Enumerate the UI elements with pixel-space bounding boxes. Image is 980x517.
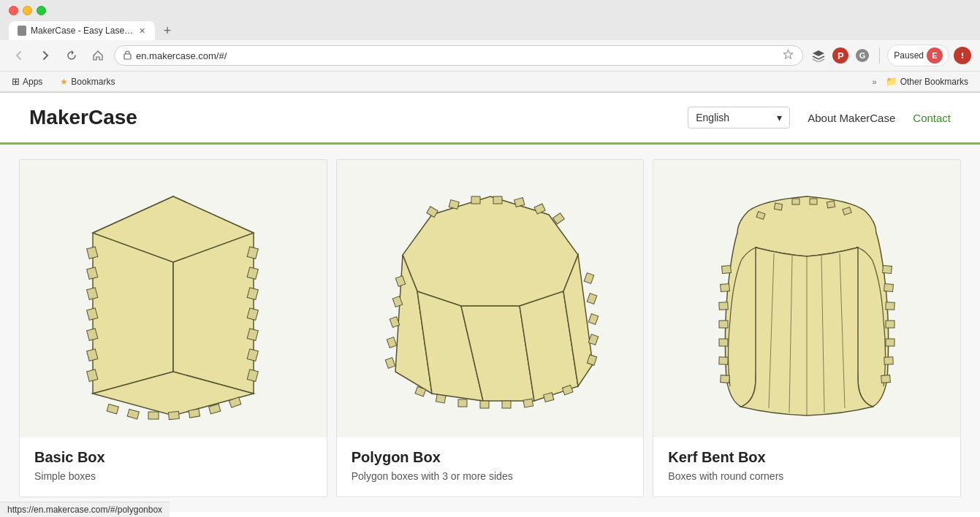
svg-rect-54	[587, 294, 597, 305]
browser-chrome: MakerCase - Easy Laser Cut C ✕ +	[0, 0, 980, 93]
close-button[interactable]	[9, 6, 18, 15]
svg-rect-55	[588, 314, 599, 325]
svg-rect-63	[523, 399, 533, 407]
svg-rect-77	[722, 265, 732, 273]
other-bookmarks-label: Other Bookmarks	[900, 77, 968, 87]
contact-link[interactable]: Contact	[913, 112, 951, 124]
svg-rect-86	[886, 302, 895, 310]
profile-initial: E	[932, 51, 937, 60]
svg-rect-72	[775, 203, 783, 210]
svg-rect-29	[189, 409, 200, 418]
svg-rect-27	[148, 412, 159, 419]
refresh-button[interactable]	[61, 45, 82, 66]
kerf-box-desc: Boxes with round corners	[668, 470, 946, 482]
grammarly-extension-icon[interactable]: G	[853, 46, 872, 65]
svg-rect-1	[124, 54, 131, 59]
address-bar[interactable]: en.makercase.com/#/	[114, 45, 803, 66]
basic-box-desc: Simple boxes	[34, 470, 312, 482]
url-text: en.makercase.com/#/	[136, 50, 778, 61]
status-url: https://en.makercase.com/#/polygonbox	[7, 505, 162, 512]
active-tab[interactable]: MakerCase - Easy Laser Cut C ✕	[9, 21, 155, 40]
site-header: MakerCase English ▾ About MakerCase Cont…	[0, 93, 980, 145]
paused-button[interactable]: Paused E	[887, 45, 949, 66]
svg-rect-80	[719, 321, 728, 328]
tab-favicon	[18, 26, 26, 36]
polygon-box-card[interactable]: .wood2{fill:#e8e0a0;stroke:#555533;strok…	[336, 159, 645, 497]
bookmarks-bar: ⊞ Apps ★ Bookmarks » 📁 Other Bookmarks	[0, 72, 980, 92]
tab-close-button[interactable]: ✕	[137, 26, 146, 36]
svg-rect-53	[584, 273, 594, 284]
svg-rect-88	[886, 339, 894, 346]
svg-rect-26	[127, 409, 139, 418]
pinterest-extension-icon[interactable]: P	[832, 47, 848, 64]
polygon-box-image: .wood2{fill:#e8e0a0;stroke:#555533;strok…	[337, 160, 644, 437]
other-bookmarks-item[interactable]: 📁 Other Bookmarks	[883, 74, 971, 88]
svg-rect-75	[827, 201, 835, 208]
svg-rect-50	[514, 198, 524, 207]
language-value: English	[696, 112, 729, 123]
home-button[interactable]	[88, 45, 108, 66]
bookmarks-label: Bookmarks	[71, 77, 115, 87]
svg-rect-90	[881, 375, 891, 383]
forward-button[interactable]	[35, 45, 56, 66]
svg-rect-25	[107, 404, 118, 413]
svg-rect-87	[886, 321, 894, 328]
profile-avatar: E	[927, 47, 943, 64]
svg-rect-85	[884, 283, 894, 291]
svg-rect-79	[719, 302, 729, 310]
language-selector[interactable]: English ▾	[688, 107, 790, 129]
status-bar: https://en.makercase.com/#/polygonbox	[0, 502, 170, 512]
tab-title: MakerCase - Easy Laser Cut C	[31, 26, 133, 36]
new-tab-button[interactable]: +	[158, 21, 177, 40]
maximize-button[interactable]	[37, 6, 46, 15]
svg-rect-49	[493, 196, 502, 204]
svg-rect-0	[18, 26, 26, 35]
about-link[interactable]: About MakerCase	[808, 112, 895, 124]
minimize-button[interactable]	[23, 6, 32, 15]
svg-rect-56	[588, 334, 599, 345]
more-bookmarks-icon[interactable]: »	[873, 77, 877, 86]
cards-section: .wood { fill: #e8e0a0; stroke: #555533; …	[0, 145, 980, 512]
bookmark-star-button[interactable]	[783, 49, 794, 62]
svg-rect-78	[721, 283, 730, 291]
folder-icon: 📁	[886, 76, 897, 87]
svg-rect-59	[436, 394, 446, 403]
back-button[interactable]	[9, 45, 29, 66]
website-content: MakerCase English ▾ About MakerCase Cont…	[0, 93, 980, 512]
basic-box-title: Basic Box	[34, 449, 312, 466]
svg-rect-83	[721, 375, 730, 383]
basic-box-info: Basic Box Simple boxes	[20, 437, 327, 497]
svg-rect-5	[962, 53, 963, 56]
polygon-box-info: Polygon Box Polygon boxes with 3 or more…	[337, 437, 644, 497]
svg-rect-47	[449, 200, 459, 210]
apps-label: Apps	[23, 77, 42, 87]
star-icon: ★	[60, 77, 68, 87]
kerf-box-card[interactable]: .wood3{fill:#e8e0a0;stroke:#555533;strok…	[653, 159, 961, 497]
header-nav: English ▾ About MakerCase Contact	[688, 107, 951, 129]
apps-bookmark[interactable]: ⊞ Apps	[9, 74, 45, 88]
svg-rect-84	[883, 265, 892, 273]
svg-rect-44	[387, 337, 397, 348]
layers-extension-icon[interactable]	[809, 46, 828, 65]
tab-bar: MakerCase - Easy Laser Cut C ✕ +	[0, 21, 980, 40]
dropdown-chevron-icon: ▾	[777, 112, 782, 123]
svg-text:G: G	[859, 51, 866, 60]
basic-box-image: .wood { fill: #e8e0a0; stroke: #555533; …	[20, 160, 327, 437]
svg-rect-89	[884, 357, 893, 364]
polygon-box-title: Polygon Box	[352, 449, 629, 466]
notification-dot[interactable]	[954, 47, 971, 64]
svg-point-6	[962, 57, 963, 58]
site-logo: MakerCase	[29, 106, 688, 129]
divider	[879, 47, 880, 64]
svg-rect-61	[480, 401, 489, 408]
svg-rect-60	[458, 399, 467, 407]
svg-rect-48	[471, 196, 480, 204]
svg-rect-81	[719, 339, 728, 346]
kerf-box-info: Kerf Bent Box Boxes with round corners	[653, 437, 960, 497]
basic-box-card[interactable]: .wood { fill: #e8e0a0; stroke: #555533; …	[19, 159, 327, 497]
svg-rect-45	[385, 358, 395, 369]
svg-rect-43	[390, 317, 400, 328]
apps-grid-icon: ⊞	[12, 76, 20, 87]
bookmarks-item[interactable]: ★ Bookmarks	[57, 75, 118, 88]
svg-rect-28	[168, 411, 179, 419]
